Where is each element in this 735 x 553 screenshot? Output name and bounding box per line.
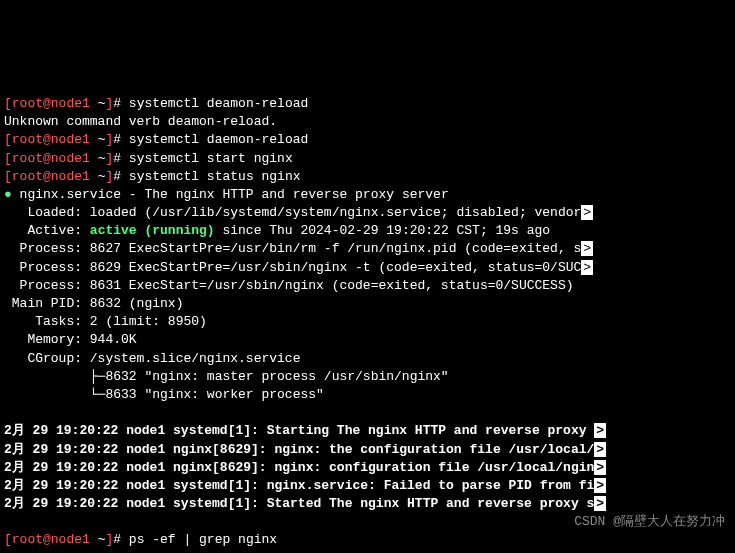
prompt-3: [root@node1 ~]# systemctl start nginx (4, 151, 293, 166)
scroll-indicator-icon: > (594, 478, 606, 493)
service-header: ● nginx.service - The nginx HTTP and rev… (4, 187, 449, 202)
active-line: Active: active (running) since Thu 2024-… (4, 223, 550, 238)
journal-line-4: 2月 29 19:20:22 node1 systemd[1]: nginx.s… (4, 478, 606, 493)
command-4: systemctl status nginx (129, 169, 301, 184)
process-tree-1: ├─8632 "nginx: master process /usr/sbin/… (4, 369, 449, 384)
scroll-indicator-icon: > (581, 241, 593, 256)
prompt-4: [root@node1 ~]# systemctl status nginx (4, 169, 301, 184)
journal-line-5: 2月 29 19:20:22 node1 systemd[1]: Started… (4, 496, 606, 511)
memory-line: Memory: 944.0K (4, 332, 137, 347)
process-line-3: Process: 8631 ExecStart=/usr/sbin/nginx … (4, 278, 574, 293)
command-3: systemctl start nginx (129, 151, 293, 166)
scroll-indicator-icon: > (594, 496, 606, 511)
journal-line-3: 2月 29 19:20:22 node1 nginx[8629]: nginx:… (4, 460, 606, 475)
scroll-indicator-icon: > (594, 423, 606, 438)
scroll-indicator-icon: > (594, 460, 606, 475)
command-1: systemctl deamon-reload (129, 96, 308, 111)
active-status: active (running) (90, 223, 215, 238)
cgroup-line: CGroup: /system.slice/nginx.service (4, 351, 300, 366)
journal-line-2: 2月 29 19:20:22 node1 nginx[8629]: nginx:… (4, 442, 606, 457)
scroll-indicator-icon: > (581, 205, 593, 220)
blank-line (4, 405, 12, 420)
command-2: systemctl daemon-reload (129, 132, 308, 147)
journal-line-1: 2月 29 19:20:22 node1 systemd[1]: Startin… (4, 423, 606, 438)
scroll-indicator-icon: > (581, 260, 593, 275)
blank-line (4, 514, 12, 529)
error-line: Unknown command verb deamon-reload. (4, 114, 277, 129)
watermark: CSDN @隔壁大人在努力冲 (574, 513, 725, 531)
prompt-2: [root@node1 ~]# systemctl daemon-reload (4, 132, 308, 147)
prompt-5: [root@node1 ~]# ps -ef | grep nginx (4, 532, 277, 547)
process-line-2: Process: 8629 ExecStartPre=/usr/sbin/ngi… (4, 260, 593, 275)
main-pid-line: Main PID: 8632 (nginx) (4, 296, 183, 311)
prompt-1: [root@node1 ~]# systemctl deamon-reload (4, 96, 308, 111)
process-line-1: Process: 8627 ExecStartPre=/usr/bin/rm -… (4, 241, 593, 256)
command-5: ps -ef | grep nginx (129, 532, 277, 547)
terminal-output: [root@node1 ~]# systemctl deamon-reload … (4, 77, 731, 553)
loaded-line: Loaded: loaded (/usr/lib/systemd/system/… (4, 205, 593, 220)
scroll-indicator-icon: > (594, 442, 606, 457)
status-dot-icon: ● (4, 187, 12, 202)
tasks-line: Tasks: 2 (limit: 8950) (4, 314, 207, 329)
process-tree-2: └─8633 "nginx: worker process" (4, 387, 324, 402)
